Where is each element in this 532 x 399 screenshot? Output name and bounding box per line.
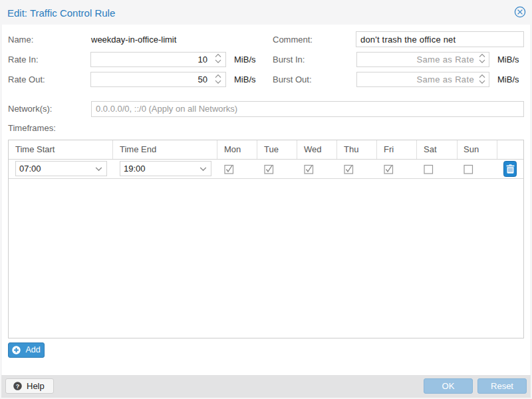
svg-text:?: ?	[16, 383, 20, 390]
